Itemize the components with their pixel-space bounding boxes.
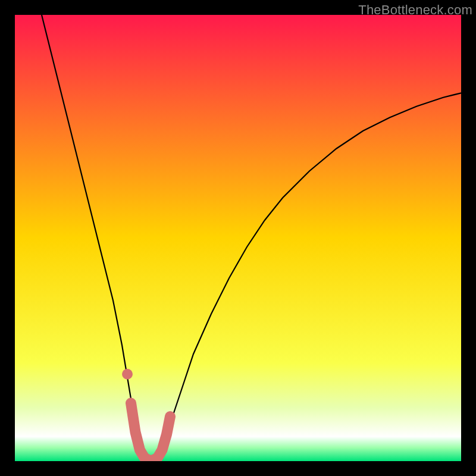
chart-frame [15,15,461,461]
bottleneck-chart [15,15,461,461]
gradient-background [15,15,461,461]
sweet-spot-dot [122,369,133,380]
watermark-text: TheBottleneck.com [358,2,472,18]
